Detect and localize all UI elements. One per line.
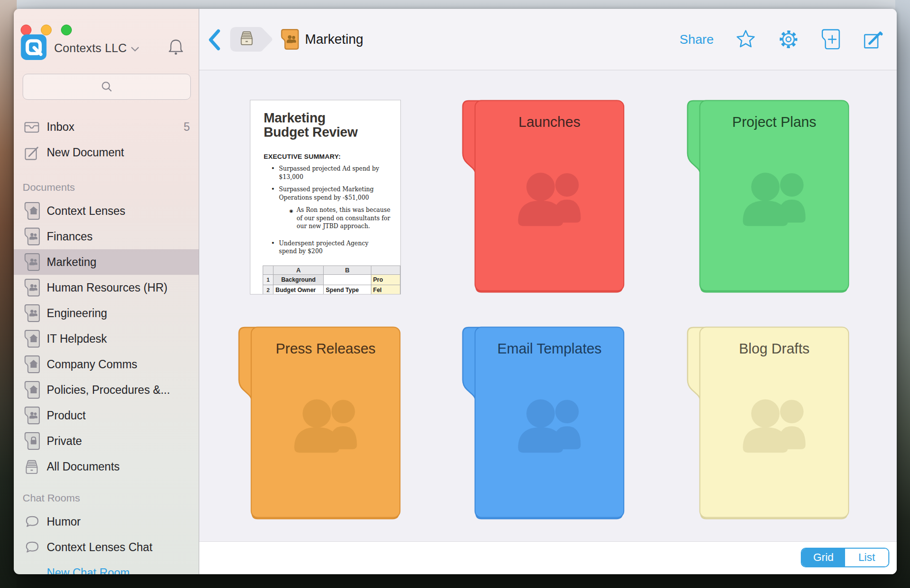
folder-tile-project-plans[interactable]: Project Plans — [685, 99, 850, 295]
bullet-item: As Ron notes, this was because of our sp… — [264, 206, 394, 231]
chat-bubble-icon — [23, 512, 41, 531]
sidebar-item-label: Context Lenses — [47, 205, 190, 218]
desktop: Contexts LLC Inbox 5 New Document Docum — [0, 0, 910, 588]
new-document-icon — [23, 143, 41, 162]
sidebar-item-label: New Chat Room — [47, 566, 190, 575]
sidebar-item-label: Private — [47, 435, 190, 448]
search — [23, 74, 191, 100]
sidebar-item-all-documents[interactable]: All Documents — [14, 454, 199, 479]
search-input[interactable] — [23, 74, 191, 100]
document-heading: EXECUTIVE SUMMARY: — [264, 153, 394, 160]
sidebar-nav: Inbox 5 New Document DocumentsContext Le… — [14, 114, 199, 574]
inbox-icon — [23, 117, 41, 137]
section-header-chat-rooms: Chat Rooms — [14, 483, 199, 509]
header-actions: Share — [680, 29, 884, 50]
lock-folder-icon — [23, 431, 41, 451]
sidebar-item-label: Company Comms — [47, 358, 190, 371]
sidebar-item-company-comms[interactable]: Company Comms — [14, 352, 199, 377]
view-toggle: GridList — [801, 548, 889, 567]
window-controls — [21, 25, 72, 35]
people-folder-icon — [23, 303, 41, 323]
folder-title: Launches — [475, 114, 624, 130]
favorite-star-icon[interactable] — [735, 29, 757, 50]
app-logo — [21, 34, 47, 62]
sidebar-item-new-chat-room[interactable]: New Chat Room — [14, 560, 199, 574]
sidebar-item-label: Context Lenses Chat — [47, 541, 190, 554]
app-window: Contexts LLC Inbox 5 New Document Docum — [14, 9, 897, 574]
sidebar-item-context-lenses[interactable]: Context Lenses — [14, 198, 199, 224]
compose-icon[interactable] — [862, 29, 884, 50]
home-folder-icon — [23, 380, 41, 400]
folder-title: Email Templates — [475, 341, 624, 357]
org-switcher[interactable]: Contexts LLC — [21, 35, 194, 61]
folder-title: Project Plans — [699, 114, 849, 130]
sidebar-item-product[interactable]: Product — [14, 403, 199, 428]
sidebar-item-label: Product — [47, 409, 190, 422]
sidebar-item-inbox[interactable]: Inbox 5 — [14, 114, 199, 140]
sidebar-item-label: New Document — [47, 146, 190, 159]
drawer-icon — [23, 457, 41, 476]
folder-tile-email-templates[interactable]: Email Templates — [460, 326, 626, 522]
breadcrumb-archive-icon — [238, 29, 256, 47]
notifications-bell-icon[interactable] — [167, 37, 185, 59]
chat-bubble-icon — [23, 537, 41, 557]
share-button[interactable]: Share — [680, 32, 714, 47]
sidebar-item-label: Inbox — [47, 120, 180, 134]
sidebar-item-it-helpdesk[interactable]: IT Helpdesk — [14, 326, 199, 352]
sidebar-item-human-resources-hr[interactable]: Human Resources (HR) — [14, 275, 199, 300]
sheet-row: 2Budget OwnerSpend TypeFel — [263, 285, 400, 295]
sheet-header-row: AB — [263, 266, 400, 275]
sidebar-item-label: Humor — [47, 515, 190, 529]
sidebar-item-engineering[interactable]: Engineering — [14, 300, 199, 326]
home-folder-icon — [23, 329, 41, 349]
sidebar-item-finances[interactable]: Finances — [14, 224, 199, 249]
chevron-down-icon — [131, 45, 139, 54]
sidebar-item-label: Finances — [47, 230, 190, 243]
sidebar-item-label: Policies, Procedures &... — [47, 383, 190, 397]
marketing-folder-icon — [280, 29, 300, 50]
sidebar-item-label: Human Resources (HR) — [47, 281, 190, 294]
sidebar-item-new-document[interactable]: New Document — [14, 140, 199, 165]
folder-title: Press Releases — [251, 341, 400, 357]
folder-title: Blog Drafts — [699, 341, 849, 357]
bullet-item: Surpassed projected Marketing Operations… — [264, 185, 383, 202]
minimize-button[interactable] — [41, 25, 52, 35]
breadcrumb[interactable] — [230, 27, 274, 52]
page-title: Marketing — [305, 32, 364, 47]
main-header: Marketing Share — [199, 9, 897, 70]
document-tile-marketing-budget-review[interactable]: Marketing Budget Review EXECUTIVE SUMMAR… — [250, 100, 401, 294]
sheet-row: 1BackgroundPro — [263, 275, 400, 285]
sidebar-item-marketing[interactable]: Marketing — [14, 249, 199, 275]
new-folder-icon[interactable] — [820, 29, 841, 50]
sidebar-item-label: Engineering — [47, 307, 190, 320]
bullet-item: Underspent projected Agency spend by $20… — [264, 239, 383, 256]
sidebar: Contexts LLC Inbox 5 New Document Docum — [14, 9, 199, 574]
sidebar-item-humor[interactable]: Humor — [14, 509, 199, 534]
sidebar-item-private[interactable]: Private — [14, 428, 199, 454]
zoom-button[interactable] — [61, 25, 72, 35]
home-folder-icon — [23, 201, 41, 221]
document-title: Marketing Budget Review — [264, 111, 369, 140]
folder-tile-blog-drafts[interactable]: Blog Drafts — [685, 326, 850, 522]
footer-bar: GridList — [199, 541, 897, 574]
desktop-wallpaper — [895, 0, 910, 588]
people-folder-icon — [23, 227, 41, 246]
folder-tile-launches[interactable]: Launches — [460, 99, 626, 295]
org-name: Contexts LLC — [54, 41, 127, 55]
document-spreadsheet: AB1BackgroundPro2Budget OwnerSpend TypeF… — [263, 265, 400, 294]
sidebar-item-context-lenses-chat[interactable]: Context Lenses Chat — [14, 534, 199, 560]
people-folder-icon — [23, 406, 41, 425]
sidebar-item-policies-procedures[interactable]: Policies, Procedures &... — [14, 377, 199, 403]
view-toggle-list[interactable]: List — [845, 549, 888, 566]
view-toggle-grid[interactable]: Grid — [802, 549, 845, 566]
section-header-documents: Documents — [14, 173, 199, 198]
close-button[interactable] — [21, 25, 31, 35]
bullet-item: Surpassed projected Ad spend by $13,000 — [264, 165, 383, 181]
settings-gear-icon[interactable] — [778, 29, 799, 50]
folder-tile-press-releases[interactable]: Press Releases — [237, 326, 402, 522]
back-button[interactable] — [208, 29, 221, 51]
sidebar-item-label: All Documents — [47, 460, 190, 473]
people-folder-icon — [23, 252, 41, 272]
sidebar-item-label: IT Helpdesk — [47, 332, 190, 346]
home-folder-icon — [23, 354, 41, 374]
